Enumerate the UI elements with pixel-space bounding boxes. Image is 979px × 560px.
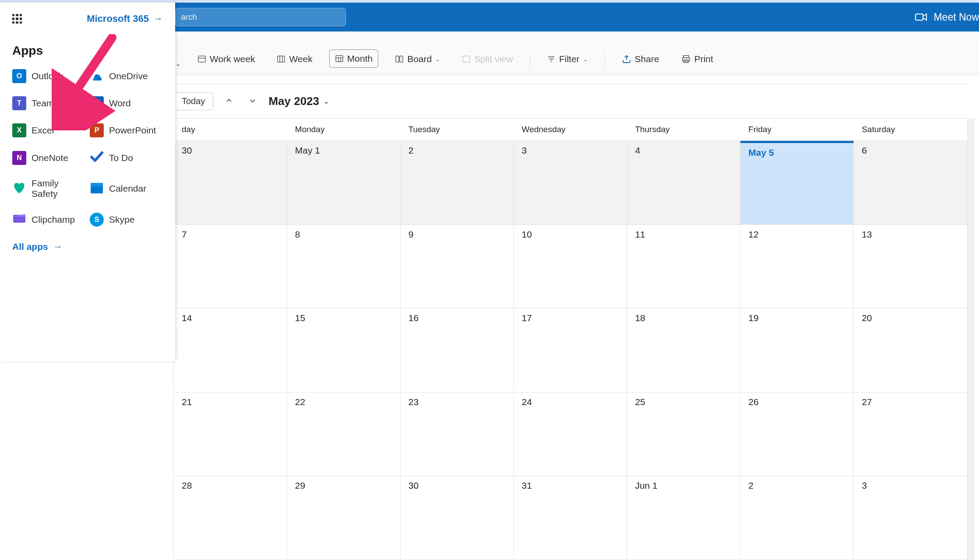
split-view-label: Split view (474, 54, 513, 64)
calendar-day-cell[interactable]: 4 (627, 141, 740, 224)
day-header: Tuesday (401, 119, 514, 140)
search-input[interactable]: arch (175, 8, 346, 26)
today-button[interactable]: Today (173, 92, 213, 110)
svg-rect-3 (278, 56, 285, 62)
share-button[interactable]: Share (616, 50, 665, 68)
ppt-icon: P (90, 123, 104, 137)
app-family[interactable]: Family Safety (12, 178, 85, 199)
calendar-day-cell[interactable]: 25 (627, 392, 740, 476)
calendar-day-cell[interactable]: 10 (514, 225, 627, 308)
microsoft-365-label: Microsoft 365 (87, 13, 149, 24)
calendar-day-cell[interactable]: 3 (854, 476, 967, 560)
scrollbar[interactable] (968, 118, 975, 560)
calendar-day-cell[interactable]: 21 (174, 392, 287, 476)
calendar-day-cell[interactable]: 22 (287, 392, 401, 476)
calendar-day-cell[interactable]: 24 (514, 392, 627, 476)
calendar-day-cell[interactable]: May 5 (740, 141, 854, 224)
calendar-day-cell[interactable]: 26 (740, 392, 854, 476)
calendar-day-cell[interactable]: 18 (627, 308, 740, 392)
calendar-day-cell[interactable]: 30 (174, 141, 287, 224)
share-icon (622, 55, 631, 63)
day-header: day (174, 119, 287, 140)
filter-button[interactable]: Filter ⌄ (542, 50, 593, 68)
app-label: PowerPoint (109, 125, 156, 136)
calendar-day-cell[interactable]: 2 (740, 476, 854, 560)
calendar-day-cell[interactable]: 2 (401, 141, 514, 224)
app-label: OneNote (32, 153, 68, 163)
app-onedrive[interactable]: OneDrive (90, 69, 163, 83)
microsoft-365-link[interactable]: Microsoft 365 → (87, 13, 163, 24)
apps-grid: O Outlook OneDriveT TeamsW WordX ExcelP … (12, 69, 163, 227)
calendar-day-cell[interactable]: May 1 (287, 141, 401, 224)
calendar-day-cell[interactable]: 11 (627, 225, 740, 308)
calendar-grid: dayMondayTuesdayWednesdayThursdayFridayS… (173, 118, 968, 560)
filter-icon (547, 55, 556, 63)
calendar-day-cell[interactable]: 29 (287, 476, 401, 560)
calendar-day-cell[interactable]: 14 (174, 308, 287, 392)
print-label: Print (694, 54, 713, 64)
calendar-day-cell[interactable]: 20 (854, 308, 967, 392)
calendar-day-cell[interactable]: 17 (514, 308, 627, 392)
outlook-icon: O (12, 69, 26, 83)
clipchamp-icon (12, 212, 26, 227)
calendar-day-cell[interactable]: 9 (401, 225, 514, 308)
calendar-day-cell[interactable]: 8 (287, 225, 401, 308)
month-label: May 2023 (268, 94, 319, 108)
print-button[interactable]: Print (676, 50, 718, 68)
teams-icon: T (12, 96, 26, 110)
dropdown-caret-icon[interactable]: ⌄ (175, 60, 181, 68)
calendar-day-cell[interactable]: 15 (287, 308, 401, 392)
meet-now-button[interactable]: Meet Now (915, 11, 979, 23)
calendar-day-cell[interactable]: 13 (854, 225, 967, 308)
calendar-week-row: 78910111213 (174, 225, 967, 309)
app-excel[interactable]: X Excel (12, 123, 85, 137)
app-launcher-button[interactable] (12, 14, 22, 24)
app-label: Excel (32, 125, 54, 136)
prev-month-button[interactable] (221, 94, 237, 109)
app-calendar[interactable]: Calendar (90, 178, 163, 199)
calendar-day-cell[interactable]: 23 (401, 392, 514, 476)
calendar-day-cell[interactable]: 16 (401, 308, 514, 392)
app-word[interactable]: W Word (90, 96, 163, 110)
excel-icon: X (12, 123, 26, 137)
calendar-day-cell[interactable]: 31 (514, 476, 627, 560)
apps-heading: Apps (12, 44, 163, 58)
calendar-day-cell[interactable]: 27 (854, 392, 967, 476)
arrow-right-icon: → (153, 13, 163, 24)
app-ppt[interactable]: P PowerPoint (90, 123, 163, 137)
app-todo[interactable]: To Do (90, 150, 163, 165)
app-label: Calendar (109, 183, 146, 194)
svg-rect-6 (336, 56, 343, 62)
calendar-week-row: 14151617181920 (174, 308, 967, 392)
calendar-day-cell[interactable]: 19 (740, 308, 854, 392)
calendar-day-cell[interactable]: 3 (514, 141, 627, 224)
filter-label: Filter (559, 54, 580, 64)
calendar-day-cell[interactable]: 6 (854, 141, 967, 224)
svg-rect-10 (396, 56, 399, 62)
word-icon: W (90, 96, 104, 110)
month-picker[interactable]: May 2023 ⌄ (268, 94, 329, 108)
app-clipchamp[interactable]: Clipchamp (12, 212, 85, 227)
app-teams[interactable]: T Teams (12, 96, 85, 110)
view-board-button[interactable]: Board ⌄ (390, 50, 445, 68)
next-month-button[interactable] (245, 94, 261, 109)
view-month-button[interactable]: Month (329, 49, 378, 68)
split-view-button[interactable]: Split view (457, 50, 518, 68)
meet-now-label: Meet Now (933, 11, 979, 23)
app-onenote[interactable]: N OneNote (12, 150, 85, 165)
day-header: Monday (287, 119, 401, 140)
onedrive-icon (90, 70, 104, 83)
chevron-down-icon: ⌄ (435, 56, 440, 63)
calendar-day-cell[interactable]: Jun 1 (627, 476, 740, 560)
app-skype[interactable]: S Skype (90, 212, 163, 227)
view-week-button[interactable]: Week (271, 50, 317, 68)
all-apps-link[interactable]: All apps → (12, 242, 163, 252)
app-label: OneDrive (109, 71, 148, 81)
calendar-day-cell[interactable]: 30 (401, 476, 514, 560)
view-board-label: Board (407, 54, 432, 64)
calendar-day-cell[interactable]: 7 (174, 225, 287, 308)
calendar-day-cell[interactable]: 12 (740, 225, 854, 308)
app-outlook[interactable]: O Outlook (12, 69, 85, 83)
calendar-day-cell[interactable]: 28 (174, 476, 287, 560)
view-work-week-button[interactable]: Work week (192, 50, 260, 68)
